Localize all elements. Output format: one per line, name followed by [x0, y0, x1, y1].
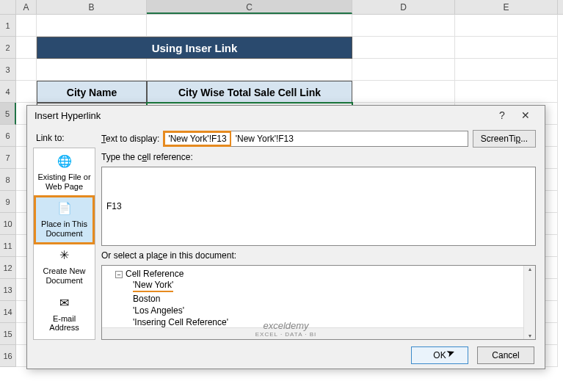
cell[interactable]	[16, 15, 37, 37]
cell[interactable]	[352, 15, 455, 37]
row-header[interactable]: 10	[0, 213, 16, 235]
text-to-display-input[interactable]	[231, 131, 468, 147]
linkto-icon: ✉	[57, 297, 72, 311]
cell[interactable]	[16, 37, 37, 59]
cell[interactable]: City Wise Total Sale Cell Link	[147, 81, 352, 103]
cell[interactable]	[147, 15, 352, 37]
tree-item-0[interactable]: 'New York'	[106, 279, 531, 293]
row-header[interactable]: 12	[0, 257, 16, 279]
linkto-icon: 🌐	[57, 155, 72, 170]
cell[interactable]	[352, 37, 455, 59]
cell[interactable]	[455, 37, 558, 59]
dialog-title: Insert Hyperlink	[34, 110, 101, 121]
tree-root[interactable]: −Cell Reference	[106, 269, 531, 279]
cell[interactable]	[455, 59, 558, 81]
dialog-titlebar: Insert Hyperlink ? ✕	[27, 106, 545, 126]
tree-collapse-icon[interactable]: −	[115, 271, 123, 278]
document-tree[interactable]: −Cell Reference'New York'Boston'Los Ange…	[101, 265, 536, 340]
cell[interactable]	[147, 59, 352, 81]
link-to-list: 🌐Existing File or Web Page📄Place in This…	[33, 148, 95, 340]
type-cell-ref-label: Type the cell reference:	[101, 152, 536, 162]
cell[interactable]	[352, 81, 455, 103]
row-header[interactable]: 8	[0, 169, 16, 191]
cell[interactable]	[16, 59, 37, 81]
column-header[interactable]: B	[37, 0, 147, 14]
cell-reference-input[interactable]	[101, 167, 536, 246]
cell[interactable]	[37, 15, 147, 37]
linkto-option-0[interactable]: 🌐Existing File or Web Page	[35, 150, 93, 196]
cell[interactable]	[455, 15, 558, 37]
text-to-display-highlight: 'New York'!F13	[165, 133, 229, 145]
insert-hyperlink-dialog: Insert Hyperlink ? ✕ Link to: 🌐Existing …	[26, 105, 545, 369]
row-header[interactable]: 6	[0, 125, 16, 147]
linkto-icon: ✳	[57, 249, 72, 264]
cell[interactable]: City Name	[37, 81, 147, 103]
row-header[interactable]: 1	[0, 15, 16, 37]
row-header[interactable]: 11	[0, 235, 16, 257]
watermark: exceldemy EXCEL · DATA · BI	[255, 320, 317, 338]
row-header[interactable]: 4	[0, 81, 16, 103]
row-header[interactable]: 15	[0, 323, 16, 345]
cell[interactable]: Using Inser Link	[37, 37, 352, 59]
column-header[interactable]: C	[147, 0, 352, 14]
close-button[interactable]: ✕	[514, 109, 537, 121]
row-header[interactable]: 2	[0, 37, 16, 59]
column-header[interactable]: A	[16, 0, 37, 14]
tree-item-1[interactable]: Boston	[106, 293, 531, 305]
tree-item-3[interactable]: 'Insering Cell Reference'	[106, 316, 531, 328]
linkto-icon: 📄	[57, 202, 72, 217]
row-header[interactable]: 16	[0, 345, 16, 367]
row-header[interactable]: 13	[0, 279, 16, 301]
help-button[interactable]: ?	[490, 109, 514, 121]
screentip-button[interactable]: ScreenTip...	[473, 130, 536, 148]
cell[interactable]	[16, 81, 37, 103]
cell[interactable]	[352, 59, 455, 81]
column-header[interactable]: E	[455, 0, 558, 14]
column-header[interactable]	[0, 0, 16, 14]
cancel-button[interactable]: Cancel	[477, 346, 534, 364]
linkto-option-2[interactable]: ✳Create New Document	[35, 244, 93, 290]
cell[interactable]	[37, 59, 147, 81]
select-place-label: Or select a place in this document:	[101, 250, 536, 261]
column-headers: ABCDE	[0, 0, 563, 15]
linkto-option-3[interactable]: ✉E-mail Address	[35, 291, 93, 338]
row-header[interactable]: 14	[0, 301, 16, 323]
tree-scrollbar-vertical[interactable]	[523, 266, 535, 339]
ok-button[interactable]: OK	[411, 346, 468, 364]
row-header[interactable]: 5	[0, 103, 16, 125]
link-to-label: Link to:	[36, 133, 95, 143]
column-header[interactable]: D	[352, 0, 455, 14]
linkto-option-1[interactable]: 📄Place in This Document	[35, 197, 93, 243]
row-header[interactable]: 7	[0, 147, 16, 169]
cell[interactable]	[455, 81, 558, 103]
row-header[interactable]: 9	[0, 191, 16, 213]
row-header[interactable]: 3	[0, 59, 16, 81]
tree-item-2[interactable]: 'Los Angeles'	[106, 305, 531, 316]
text-to-display-label: Text to display:	[101, 134, 159, 144]
